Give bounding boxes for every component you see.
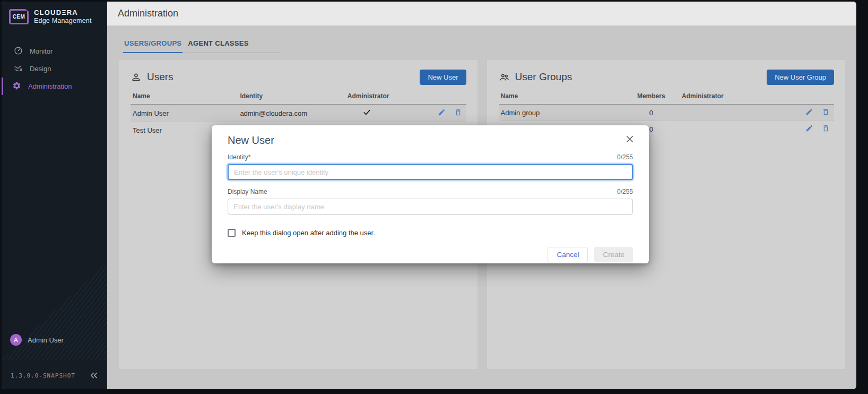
keep-dialog-open-checkbox[interactable] <box>228 229 236 237</box>
column-header: Members <box>623 89 680 105</box>
users-table-header: Name Identity Administrator <box>131 89 466 105</box>
user-groups-panel-header: User Groups New User Group <box>499 65 835 89</box>
people-icon <box>499 72 510 83</box>
identity-field-label: Identity* <box>228 153 250 161</box>
page-header: Administration <box>107 2 856 25</box>
column-header: Identity <box>238 89 345 105</box>
display-name-field-label: Display Name <box>228 188 267 195</box>
user-groups-table-header: Name Members Administrator <box>499 89 835 105</box>
column-header: Administrator <box>680 89 780 105</box>
sidebar-item-monitor[interactable]: Monitor <box>2 42 107 60</box>
new-user-group-button[interactable]: New User Group <box>767 70 834 85</box>
tab-agent-classes[interactable]: AGENT CLASSES <box>185 39 279 53</box>
sidebar: CEM CLOUDΞRA Edge Management Monitor <box>2 2 107 389</box>
edit-icon[interactable] <box>805 124 813 134</box>
current-user[interactable]: A Admin User <box>10 334 64 346</box>
delete-icon[interactable] <box>454 108 462 118</box>
cancel-button[interactable]: Cancel <box>548 247 588 262</box>
column-header: Name <box>499 89 623 105</box>
flow-icon <box>14 64 23 74</box>
users-panel-title: Users <box>147 71 173 83</box>
avatar: A <box>10 334 22 346</box>
product-name: Edge Management <box>34 17 92 24</box>
group-name: Admin group <box>499 105 623 121</box>
create-button[interactable]: Create <box>594 247 633 262</box>
edit-icon[interactable] <box>805 108 813 117</box>
table-row: Admin User admin@cloudera.com <box>131 105 466 122</box>
table-row: Admin group 0 <box>499 105 835 121</box>
user-identity: admin@cloudera.com <box>238 105 345 122</box>
column-header: Administrator <box>345 89 422 105</box>
collapse-sidebar-icon[interactable] <box>89 371 99 380</box>
keep-dialog-open-label: Keep this dialog open after adding the u… <box>242 229 375 237</box>
new-user-button[interactable]: New User <box>420 70 466 85</box>
user-name: Admin User <box>131 105 238 122</box>
user-groups-panel-title: User Groups <box>515 71 572 83</box>
group-members: 0 <box>623 105 680 121</box>
page-title: Administration <box>118 8 178 19</box>
column-header: Name <box>131 89 238 105</box>
users-panel-header: Users New User <box>131 65 466 89</box>
sidebar-nav: Monitor Design Administration <box>2 42 107 95</box>
delete-icon[interactable] <box>822 108 830 117</box>
sidebar-item-label: Administration <box>28 82 72 90</box>
identity-input[interactable] <box>228 164 633 180</box>
dialog-title: New User <box>228 134 274 147</box>
sidebar-item-design[interactable]: Design <box>2 60 107 78</box>
sidebar-item-administration[interactable]: Administration <box>2 78 107 95</box>
display-name-char-counter: 0/255 <box>617 188 633 195</box>
sidebar-footer: 1.3.0.0-SNAPSHOT <box>2 366 107 389</box>
version-label: 1.3.0.0-SNAPSHOT <box>11 372 75 379</box>
delete-icon[interactable] <box>822 124 830 134</box>
new-user-dialog: New User Identity* 0/255 Display Name 0/… <box>212 125 649 263</box>
close-icon[interactable] <box>625 134 635 144</box>
gear-icon <box>12 81 21 92</box>
speedometer-icon <box>14 46 23 57</box>
tab-users-groups[interactable]: USERS/GROUPS <box>123 39 183 53</box>
display-name-input[interactable] <box>228 199 633 215</box>
current-user-name: Admin User <box>28 336 64 344</box>
sidebar-item-label: Design <box>30 65 51 73</box>
identity-char-counter: 0/255 <box>617 153 633 161</box>
tab-bar: USERS/GROUPS AGENT CLASSES <box>107 25 856 53</box>
app-logo: CEM CLOUDΞRA Edge Management <box>2 2 107 24</box>
edit-icon[interactable] <box>438 108 446 118</box>
sidebar-item-label: Monitor <box>30 47 53 55</box>
person-icon <box>131 72 142 83</box>
brand-name: CLOUDΞRA <box>34 8 92 17</box>
administrator-check-icon <box>362 108 371 117</box>
cem-logo-icon: CEM <box>9 9 29 24</box>
